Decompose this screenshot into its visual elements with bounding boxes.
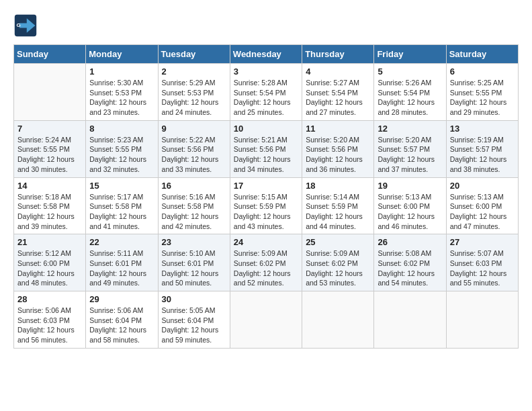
day-info: Sunrise: 5:16 AM Sunset: 5:58 PM Dayligh… [162,192,226,232]
day-number: 18 [306,181,370,191]
day-number: 7 [17,124,82,134]
calendar-cell: 12Sunrise: 5:20 AM Sunset: 5:57 PM Dayli… [374,120,446,177]
weekday-header: Monday [86,45,158,64]
calendar-cell: 17Sunrise: 5:15 AM Sunset: 5:59 PM Dayli… [230,177,302,234]
calendar-week-row: 21Sunrise: 5:12 AM Sunset: 6:00 PM Dayli… [14,234,519,291]
calendar-cell: 14Sunrise: 5:18 AM Sunset: 5:58 PM Dayli… [14,177,86,234]
calendar-cell: 25Sunrise: 5:09 AM Sunset: 6:02 PM Dayli… [302,234,374,291]
page-header: G [13,13,519,38]
day-number: 11 [306,124,370,134]
day-number: 1 [89,66,154,77]
calendar-cell: 20Sunrise: 5:13 AM Sunset: 6:00 PM Dayli… [446,177,518,234]
calendar-cell: 27Sunrise: 5:07 AM Sunset: 6:03 PM Dayli… [446,234,518,291]
day-info: Sunrise: 5:27 AM Sunset: 5:54 PM Dayligh… [306,78,370,118]
day-info: Sunrise: 5:15 AM Sunset: 5:59 PM Dayligh… [234,192,298,232]
day-number: 20 [450,181,515,191]
calendar-cell: 21Sunrise: 5:12 AM Sunset: 6:00 PM Dayli… [14,234,86,291]
day-info: Sunrise: 5:20 AM Sunset: 5:57 PM Dayligh… [378,135,442,175]
weekday-header: Thursday [302,45,374,64]
day-number: 29 [89,294,154,304]
calendar-cell: 29Sunrise: 5:06 AM Sunset: 6:04 PM Dayli… [86,291,158,349]
day-info: Sunrise: 5:07 AM Sunset: 6:03 PM Dayligh… [450,248,515,288]
calendar-cell: 5Sunrise: 5:26 AM Sunset: 5:54 PM Daylig… [374,64,446,121]
day-info: Sunrise: 5:21 AM Sunset: 5:56 PM Dayligh… [234,135,298,175]
calendar-cell: 1Sunrise: 5:30 AM Sunset: 5:53 PM Daylig… [86,64,158,121]
weekday-header: Friday [374,45,446,64]
logo-icon: G [13,13,38,38]
day-number: 6 [450,66,515,77]
logo: G [13,13,40,38]
day-info: Sunrise: 5:06 AM Sunset: 6:03 PM Dayligh… [17,306,82,345]
day-number: 8 [89,124,154,134]
day-info: Sunrise: 5:20 AM Sunset: 5:56 PM Dayligh… [306,135,370,175]
day-info: Sunrise: 5:09 AM Sunset: 6:02 PM Dayligh… [234,248,298,288]
day-number: 22 [89,237,154,247]
calendar-cell: 4Sunrise: 5:27 AM Sunset: 5:54 PM Daylig… [302,64,374,121]
day-info: Sunrise: 5:28 AM Sunset: 5:54 PM Dayligh… [234,78,298,118]
weekday-header: Tuesday [158,45,230,64]
calendar-week-row: 7Sunrise: 5:24 AM Sunset: 5:55 PM Daylig… [14,120,519,177]
weekday-header: Sunday [14,45,86,64]
calendar-cell: 26Sunrise: 5:08 AM Sunset: 6:02 PM Dayli… [374,234,446,291]
calendar-cell: 7Sunrise: 5:24 AM Sunset: 5:55 PM Daylig… [14,120,86,177]
day-number: 10 [234,124,298,134]
day-info: Sunrise: 5:08 AM Sunset: 6:02 PM Dayligh… [378,248,442,288]
calendar-cell: 6Sunrise: 5:25 AM Sunset: 5:55 PM Daylig… [446,64,518,121]
day-info: Sunrise: 5:14 AM Sunset: 5:59 PM Dayligh… [306,192,370,232]
day-number: 21 [17,237,82,247]
day-info: Sunrise: 5:17 AM Sunset: 5:58 PM Dayligh… [89,192,154,232]
day-number: 26 [378,237,442,247]
day-info: Sunrise: 5:06 AM Sunset: 6:04 PM Dayligh… [89,306,154,345]
calendar-table: SundayMondayTuesdayWednesdayThursdayFrid… [13,44,519,349]
day-number: 25 [306,237,370,247]
weekday-header: Saturday [446,45,518,64]
calendar-header-row: SundayMondayTuesdayWednesdayThursdayFrid… [14,45,519,64]
day-info: Sunrise: 5:13 AM Sunset: 6:00 PM Dayligh… [450,192,515,232]
day-info: Sunrise: 5:30 AM Sunset: 5:53 PM Dayligh… [89,78,154,118]
calendar-cell: 24Sunrise: 5:09 AM Sunset: 6:02 PM Dayli… [230,234,302,291]
calendar-cell: 28Sunrise: 5:06 AM Sunset: 6:03 PM Dayli… [14,291,86,349]
day-info: Sunrise: 5:11 AM Sunset: 6:01 PM Dayligh… [89,248,154,288]
day-number: 12 [378,124,442,134]
day-number: 30 [162,294,226,304]
day-number: 28 [17,294,82,304]
day-number: 23 [162,237,226,247]
day-info: Sunrise: 5:19 AM Sunset: 5:57 PM Dayligh… [450,135,515,175]
day-info: Sunrise: 5:23 AM Sunset: 5:55 PM Dayligh… [89,135,154,175]
day-number: 4 [306,66,370,77]
day-number: 14 [17,181,82,191]
calendar-cell [302,291,374,349]
calendar-cell [230,291,302,349]
day-number: 17 [234,181,298,191]
day-number: 27 [450,237,515,247]
calendar-cell: 23Sunrise: 5:10 AM Sunset: 6:01 PM Dayli… [158,234,230,291]
day-info: Sunrise: 5:10 AM Sunset: 6:01 PM Dayligh… [162,248,226,288]
day-number: 3 [234,66,298,77]
day-number: 15 [89,181,154,191]
calendar-cell: 2Sunrise: 5:29 AM Sunset: 5:53 PM Daylig… [158,64,230,121]
day-info: Sunrise: 5:05 AM Sunset: 6:04 PM Dayligh… [162,306,226,345]
calendar-week-row: 28Sunrise: 5:06 AM Sunset: 6:03 PM Dayli… [14,291,519,349]
day-number: 24 [234,237,298,247]
calendar-cell: 13Sunrise: 5:19 AM Sunset: 5:57 PM Dayli… [446,120,518,177]
calendar-cell [14,64,86,121]
day-info: Sunrise: 5:24 AM Sunset: 5:55 PM Dayligh… [17,135,82,175]
calendar-cell [446,291,518,349]
day-info: Sunrise: 5:09 AM Sunset: 6:02 PM Dayligh… [306,248,370,288]
day-number: 2 [162,66,226,77]
day-number: 5 [378,66,442,77]
calendar-cell: 18Sunrise: 5:14 AM Sunset: 5:59 PM Dayli… [302,177,374,234]
day-info: Sunrise: 5:18 AM Sunset: 5:58 PM Dayligh… [17,192,82,232]
calendar-week-row: 1Sunrise: 5:30 AM Sunset: 5:53 PM Daylig… [14,64,519,121]
day-info: Sunrise: 5:13 AM Sunset: 6:00 PM Dayligh… [378,192,442,232]
calendar-cell: 3Sunrise: 5:28 AM Sunset: 5:54 PM Daylig… [230,64,302,121]
day-info: Sunrise: 5:22 AM Sunset: 5:56 PM Dayligh… [162,135,226,175]
day-number: 9 [162,124,226,134]
calendar-cell: 30Sunrise: 5:05 AM Sunset: 6:04 PM Dayli… [158,291,230,349]
calendar-cell: 15Sunrise: 5:17 AM Sunset: 5:58 PM Dayli… [86,177,158,234]
calendar-cell: 19Sunrise: 5:13 AM Sunset: 6:00 PM Dayli… [374,177,446,234]
day-number: 16 [162,181,226,191]
day-info: Sunrise: 5:25 AM Sunset: 5:55 PM Dayligh… [450,78,515,118]
calendar-cell: 9Sunrise: 5:22 AM Sunset: 5:56 PM Daylig… [158,120,230,177]
day-number: 19 [378,181,442,191]
